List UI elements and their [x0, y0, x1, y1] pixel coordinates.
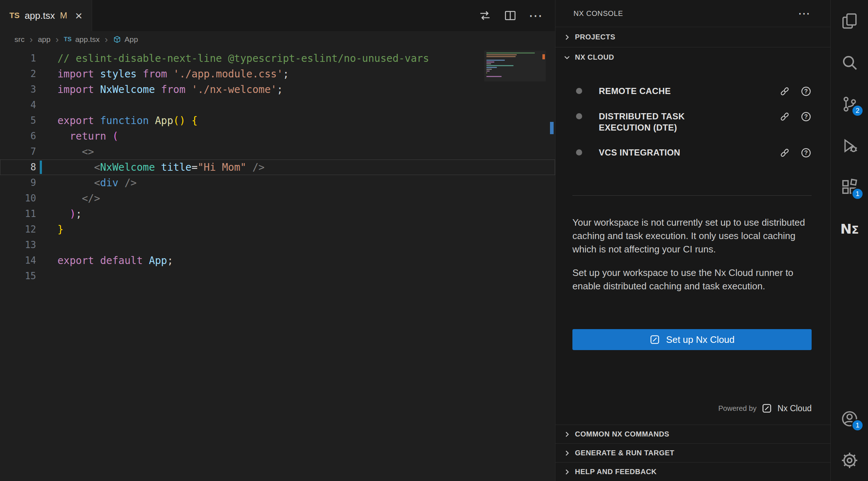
- more-actions-icon[interactable]: ⋯: [528, 8, 543, 23]
- brand-name: Nx Cloud: [777, 404, 812, 413]
- code-line[interactable]: 12}: [0, 222, 555, 237]
- code-line[interactable]: 13: [0, 237, 555, 253]
- code-line[interactable]: 15: [0, 268, 555, 284]
- code-line[interactable]: 1// eslint-disable-next-line @typescript…: [0, 51, 555, 66]
- code-line[interactable]: 6 return (: [0, 128, 555, 144]
- chevron-right-icon: [563, 33, 571, 42]
- code-line[interactable]: 8 <NxWelcome title="Hi Mom" />: [0, 159, 555, 175]
- connect-icon[interactable]: [779, 147, 790, 158]
- activity-item-settings[interactable]: [831, 439, 868, 481]
- connect-icon[interactable]: [779, 111, 790, 122]
- activity-item-explorer[interactable]: [831, 0, 868, 42]
- nx-console-icon: NΣ: [840, 221, 858, 237]
- code-line[interactable]: 11 );: [0, 206, 555, 222]
- code-line[interactable]: 2import styles from './app.module.css';: [0, 66, 555, 82]
- nx-cloud-item-label: REMOTE CACHE: [599, 85, 671, 97]
- breadcrumb-file[interactable]: app.tsx: [75, 35, 100, 44]
- more-actions-icon[interactable]: ⋯: [798, 7, 810, 20]
- explorer-icon: [841, 12, 859, 30]
- open-changes-icon[interactable]: [478, 8, 492, 23]
- line-number: 1: [0, 51, 36, 66]
- code-line[interactable]: 9 <div />: [0, 175, 555, 191]
- section-label: COMMON NX COMMANDS: [575, 430, 669, 438]
- svg-text:?: ?: [804, 88, 808, 94]
- run-debug-icon: [841, 137, 859, 155]
- code-content: [36, 237, 57, 253]
- breadcrumb: src › app › TS app.tsx › App: [0, 31, 555, 48]
- close-icon[interactable]: ×: [75, 9, 82, 22]
- chevron-separator-icon: ›: [56, 35, 59, 44]
- section-common-nx-commands[interactable]: COMMON NX COMMANDS: [555, 425, 830, 443]
- tab-app-tsx[interactable]: TS app.tsx M ×: [0, 0, 92, 31]
- activity-top: 21NΣ: [831, 0, 868, 250]
- breadcrumb-app[interactable]: app: [38, 35, 51, 44]
- workspace-status-text: Your workspace is not currently set up t…: [572, 216, 812, 256]
- line-number: 5: [0, 113, 36, 128]
- panel-header: NX CONSOLE ⋯: [555, 0, 830, 27]
- line-number: 11: [0, 206, 36, 222]
- code-line[interactable]: 7 <>: [0, 144, 555, 159]
- nx-cloud-item: DISTRIBUTED TASK EXECUTION (DTE)?: [572, 111, 812, 133]
- tab-filename: app.tsx: [25, 10, 55, 21]
- activity-item-nx-console[interactable]: NΣ: [831, 208, 868, 250]
- activity-item-source-control[interactable]: 2: [831, 83, 868, 125]
- help-icon[interactable]: ?: [800, 86, 812, 97]
- code-content: export function App() {: [36, 113, 198, 128]
- activity-item-search[interactable]: [831, 42, 868, 83]
- settings-icon: [841, 451, 859, 469]
- code-content: );: [36, 206, 82, 222]
- line-number: 12: [0, 222, 36, 237]
- line-number: 9: [0, 175, 36, 191]
- overview-ruler-modified-marker: [550, 122, 554, 134]
- code-content: [36, 97, 57, 113]
- editor-actions: ⋯: [478, 0, 555, 31]
- code-line[interactable]: 4: [0, 97, 555, 113]
- nx-cloud-items: REMOTE CACHE?DISTRIBUTED TASK EXECUTION …: [572, 85, 812, 172]
- typescript-file-icon: TS: [9, 11, 20, 20]
- badge: 1: [851, 188, 864, 200]
- minimap[interactable]: [484, 51, 546, 81]
- code-line[interactable]: 14export default App;: [0, 253, 555, 268]
- tab-bar: TS app.tsx M × ⋯: [0, 0, 555, 31]
- code-line[interactable]: 5export function App() {: [0, 113, 555, 128]
- code-line[interactable]: 3import NxWelcome from './nx-welcome';: [0, 82, 555, 97]
- typescript-file-icon: TS: [64, 36, 72, 43]
- badge: 2: [851, 105, 864, 117]
- section-label: NX CLOUD: [575, 53, 614, 61]
- code-content: import NxWelcome from './nx-welcome';: [36, 82, 283, 97]
- chevron-down-icon: [563, 53, 571, 62]
- code-editor[interactable]: 1// eslint-disable-next-line @typescript…: [0, 48, 555, 481]
- bottom-sections: COMMON NX COMMANDSGENERATE & RUN TARGETH…: [555, 425, 830, 481]
- activity-item-run-debug[interactable]: [831, 125, 868, 166]
- nx-cloud-item: VCS INTEGRATION?: [572, 147, 812, 158]
- breadcrumb-src[interactable]: src: [14, 35, 25, 44]
- svg-text:?: ?: [804, 149, 808, 156]
- activity-item-extensions[interactable]: 1: [831, 166, 868, 208]
- setup-button-label: Set up Nx Cloud: [666, 334, 734, 345]
- setup-nx-cloud-button[interactable]: Set up Nx Cloud: [572, 329, 812, 350]
- line-number: 7: [0, 144, 36, 159]
- code-content: <>: [36, 144, 94, 159]
- section-projects[interactable]: PROJECTS: [555, 27, 830, 47]
- line-number: 14: [0, 253, 36, 268]
- split-editor-icon[interactable]: [503, 8, 517, 23]
- section-help-and-feedback[interactable]: HELP AND FEEDBACK: [555, 462, 830, 481]
- line-number: 13: [0, 237, 36, 253]
- activity-item-accounts[interactable]: 1: [831, 398, 868, 439]
- powered-by-label: Powered by: [718, 404, 757, 413]
- section-generate-run-target[interactable]: GENERATE & RUN TARGET: [555, 443, 830, 462]
- status-dot-icon: [576, 88, 582, 94]
- code-line[interactable]: 10 </>: [0, 191, 555, 206]
- connect-icon[interactable]: [779, 86, 790, 97]
- code-content: return (: [36, 128, 119, 144]
- divider: [572, 195, 812, 196]
- powered-by: Powered by Nx Cloud: [572, 403, 812, 414]
- line-number: 8: [0, 159, 36, 175]
- help-icon[interactable]: ?: [800, 147, 812, 158]
- section-nx-cloud[interactable]: NX CLOUD: [555, 47, 830, 67]
- help-icon[interactable]: ?: [800, 111, 812, 122]
- nx-cloud-item-label: DISTRIBUTED TASK EXECUTION (DTE): [599, 111, 718, 133]
- code-lines: 1// eslint-disable-next-line @typescript…: [0, 51, 555, 284]
- breadcrumb-symbol[interactable]: App: [125, 35, 138, 44]
- activity-bottom: 1: [831, 398, 868, 481]
